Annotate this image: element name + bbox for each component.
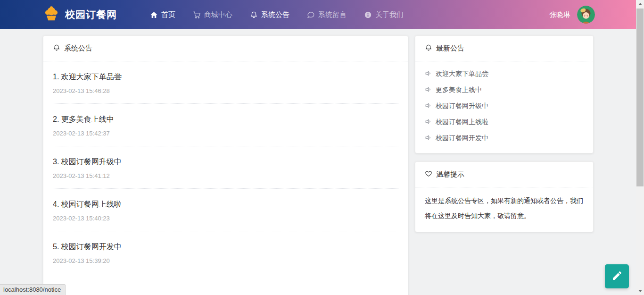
- home-icon: [150, 11, 158, 19]
- bell-icon: [250, 11, 258, 19]
- notice-title: 5. 校园订餐网开发中: [53, 242, 398, 252]
- edit-fab-button[interactable]: [605, 264, 629, 288]
- username-label: 张晓琳: [549, 10, 570, 19]
- heart-icon: [425, 170, 432, 179]
- notice-list: 1. 欢迎大家下单品尝 2023-02-13 15:46:28 2. 更多美食上…: [43, 61, 408, 273]
- user-area: 张晓琳: [549, 6, 595, 24]
- browser-status-url: localhost:8080/notice: [0, 284, 66, 295]
- bell-icon: [53, 44, 60, 53]
- notice-title: 2. 更多美食上线中: [53, 115, 398, 125]
- notice-item[interactable]: 4. 校园订餐网上线啦 2023-02-13 15:40:23: [53, 189, 398, 231]
- page-content: 系统公告 1. 欢迎大家下单品尝 2023-02-13 15:46:28 2. …: [43, 35, 594, 295]
- scrollbar-down-arrow[interactable]: [636, 287, 644, 295]
- speaker-icon: [425, 86, 432, 94]
- info-icon: [364, 11, 372, 19]
- latest-panel: 最新公告 欢迎大家下单品尝 更多美食上线中: [415, 35, 594, 153]
- sidebar: 最新公告 欢迎大家下单品尝 更多美食上线中: [415, 35, 594, 232]
- cupcake-icon: [42, 5, 60, 25]
- brand-title: 校园订餐网: [65, 8, 117, 21]
- scrollbar-up-arrow[interactable]: [636, 0, 644, 8]
- triangle-down-icon: [638, 290, 642, 292]
- notice-title: 3. 校园订餐网升级中: [53, 157, 398, 167]
- tips-panel-title: 温馨提示: [436, 170, 464, 179]
- notice-time: 2023-02-13 15:39:20: [53, 257, 398, 264]
- speaker-icon: [425, 70, 432, 78]
- notice-item[interactable]: 2. 更多美食上线中 2023-02-13 15:42:37: [53, 104, 398, 146]
- notice-title: 4. 校园订餐网上线啦: [53, 200, 398, 210]
- page-scrollbar[interactable]: [636, 0, 644, 295]
- notice-title: 1. 欢迎大家下单品尝: [53, 72, 398, 82]
- latest-item[interactable]: 更多美食上线中: [425, 82, 584, 98]
- latest-item[interactable]: 校园订餐网升级中: [425, 98, 584, 114]
- speaker-icon: [425, 102, 432, 110]
- notice-time: 2023-02-13 15:41:12: [53, 172, 398, 179]
- chat-icon: [307, 11, 315, 19]
- main-nav: 首页 商城中心 系统公告 系统留言 关于我们: [150, 10, 404, 19]
- nav-item-about[interactable]: 关于我们: [364, 10, 404, 19]
- scrollbar-thumb[interactable]: [636, 8, 644, 186]
- tips-panel: 温馨提示 这里是系统公告专区，如果有新的通知或者公告，我们将在这里及时告知大家，…: [415, 161, 594, 232]
- tips-panel-header: 温馨提示: [415, 162, 593, 187]
- top-navbar: 校园订餐网 首页 商城中心 系统公告 系统留言: [0, 0, 644, 29]
- speaker-icon: [425, 118, 432, 126]
- user-avatar[interactable]: [577, 6, 595, 24]
- latest-item[interactable]: 校园订餐网开发中: [425, 130, 584, 146]
- nav-item-notice[interactable]: 系统公告: [250, 10, 289, 19]
- notice-time: 2023-02-13 15:40:23: [53, 215, 398, 222]
- cart-icon: [193, 11, 201, 19]
- nav-item-mall[interactable]: 商城中心: [193, 10, 232, 19]
- latest-list: 欢迎大家下单品尝 更多美食上线中 校园订餐网升级中: [415, 61, 593, 153]
- latest-item[interactable]: 欢迎大家下单品尝: [425, 66, 584, 82]
- nav-item-home[interactable]: 首页: [150, 10, 175, 19]
- notice-time: 2023-02-13 15:46:28: [53, 87, 398, 94]
- bell-icon: [425, 44, 432, 53]
- tips-content: 这里是系统公告专区，如果有新的通知或者公告，我们将在这里及时告知大家，敬请留意。: [415, 187, 593, 232]
- notice-item[interactable]: 3. 校园订餐网升级中 2023-02-13 15:41:12: [53, 146, 398, 189]
- speaker-icon: [425, 134, 432, 143]
- brand-logo[interactable]: 校园订餐网: [42, 5, 117, 25]
- notice-panel-header: 系统公告: [43, 36, 408, 61]
- latest-item[interactable]: 校园订餐网上线啦: [425, 114, 584, 130]
- notice-item[interactable]: 1. 欢迎大家下单品尝 2023-02-13 15:46:28: [53, 61, 398, 104]
- latest-panel-header: 最新公告: [415, 36, 593, 61]
- latest-panel-title: 最新公告: [436, 44, 464, 53]
- notice-panel: 系统公告 1. 欢迎大家下单品尝 2023-02-13 15:46:28 2. …: [43, 35, 408, 295]
- nav-item-message[interactable]: 系统留言: [307, 10, 347, 19]
- triangle-up-icon: [638, 3, 642, 5]
- pencil-icon: [611, 270, 623, 283]
- notice-item[interactable]: 5. 校园订餐网开发中 2023-02-13 15:39:20: [53, 231, 398, 273]
- notice-panel-title: 系统公告: [64, 44, 92, 53]
- notice-time: 2023-02-13 15:42:37: [53, 130, 398, 137]
